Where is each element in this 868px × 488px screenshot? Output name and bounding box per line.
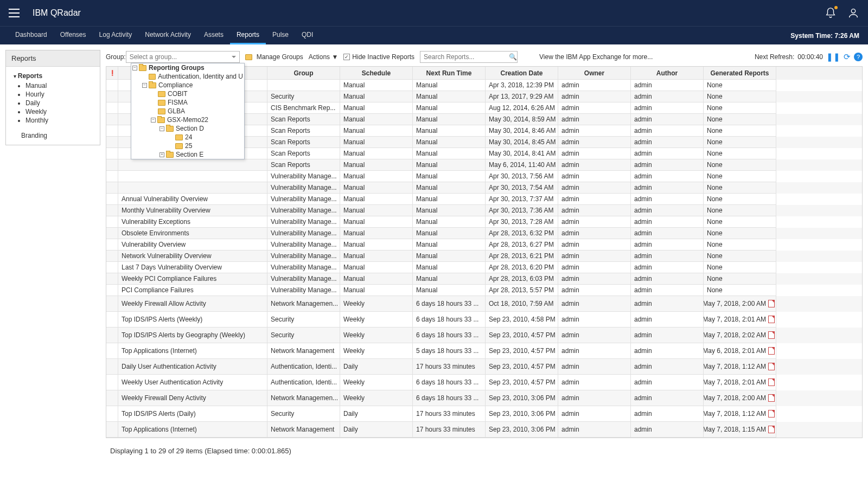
table-row[interactable]: Daily User Authentication ActivityAuthen… bbox=[106, 359, 862, 375]
col-header[interactable]: Owner bbox=[558, 67, 631, 80]
nav-tab-reports[interactable]: Reports bbox=[230, 27, 266, 44]
nav-tab-dashboard[interactable]: Dashboard bbox=[9, 27, 54, 44]
col-header[interactable]: Group bbox=[267, 67, 340, 80]
status-bar: Displaying 1 to 29 of 29 items (Elapsed … bbox=[106, 438, 863, 466]
table-row[interactable]: Monthly Vulnerability OverviewVulnerabil… bbox=[106, 205, 862, 216]
cell: Last 7 Days Vulnerability Overview bbox=[118, 262, 267, 273]
group-tree-popup[interactable]: −Reporting GroupsAuthentication, Identit… bbox=[131, 63, 245, 159]
cell: Vulnerability Manage... bbox=[267, 171, 340, 182]
tree-node[interactable]: −Compliance bbox=[131, 81, 244, 89]
tree-node[interactable]: 25 bbox=[131, 142, 244, 150]
help-icon[interactable]: ? bbox=[854, 53, 863, 61]
tree-node[interactable]: −GSX-Memo22 bbox=[131, 115, 244, 124]
app-exchange-link[interactable]: View the IBM App Exchange for more... bbox=[539, 53, 653, 61]
table-row[interactable]: Top IDS/IPS Alerts by Geography (Weekly)… bbox=[106, 328, 862, 343]
refresh-icon[interactable]: ⟳ bbox=[844, 52, 851, 62]
pdf-icon[interactable] bbox=[768, 378, 775, 386]
cell bbox=[106, 148, 118, 159]
cell: Daily bbox=[340, 422, 413, 438]
sidebar-root[interactable]: Reports bbox=[14, 72, 92, 80]
menu-icon[interactable] bbox=[9, 9, 20, 17]
table-row[interactable]: Weekly Firewall Allow ActivityNetwork Ma… bbox=[106, 296, 862, 312]
next-refresh-value: 00:00:40 bbox=[797, 53, 823, 61]
table-row[interactable]: Top IDS/IPS Alerts (Weekly)SecurityWeekl… bbox=[106, 312, 862, 328]
cell bbox=[106, 216, 118, 228]
cell: Manual bbox=[413, 159, 486, 171]
cell: Manual bbox=[413, 125, 486, 137]
tree-node[interactable]: GLBA bbox=[131, 107, 244, 115]
table-row[interactable]: Vulnerability Manage...ManualManualApr 3… bbox=[106, 182, 862, 194]
hide-inactive-toggle[interactable]: ✓ Hide Inactive Reports bbox=[343, 53, 414, 61]
table-row[interactable]: Vulnerability ExceptionsVulnerability Ma… bbox=[106, 216, 862, 228]
tree-node[interactable]: FISMA bbox=[131, 98, 244, 107]
nav-tab-assets[interactable]: Assets bbox=[197, 27, 230, 44]
pdf-icon[interactable] bbox=[768, 426, 775, 433]
group-select[interactable]: Select a group... bbox=[126, 51, 240, 63]
table-row[interactable]: Weekly Firewall Deny ActivityNetwork Man… bbox=[106, 390, 862, 406]
nav-tab-qdi[interactable]: QDI bbox=[295, 27, 320, 44]
cell: admin bbox=[631, 114, 704, 125]
sidebar-branding[interactable]: Branding bbox=[14, 132, 92, 139]
cell: Scan Reports bbox=[267, 159, 340, 171]
tree-node[interactable]: 24 bbox=[131, 133, 244, 142]
search-input[interactable] bbox=[420, 53, 508, 61]
pdf-icon[interactable] bbox=[768, 410, 775, 418]
table-row[interactable]: Annual Vulnerability OverviewVulnerabili… bbox=[106, 194, 862, 205]
col-header-alert[interactable]: ❗ bbox=[106, 67, 118, 80]
tree-root[interactable]: −Reporting Groups bbox=[131, 63, 244, 72]
sidebar-item-hourly[interactable]: Hourly bbox=[25, 91, 92, 98]
cell: Manual bbox=[413, 80, 486, 91]
pdf-icon[interactable] bbox=[768, 331, 775, 339]
tree-node[interactable]: +Section E bbox=[131, 150, 244, 159]
table-row[interactable]: Top Applications (Internet)Network Manag… bbox=[106, 343, 862, 359]
table-row[interactable]: Top Applications (Internet)Network Manag… bbox=[106, 422, 862, 438]
table-row[interactable]: PCI Compliance FailuresVulnerability Man… bbox=[106, 285, 862, 296]
cell: May 30, 2014, 8:41 AM bbox=[486, 148, 558, 159]
tree-node[interactable]: −Section D bbox=[131, 124, 244, 133]
nav-tab-log-activity[interactable]: Log Activity bbox=[93, 27, 139, 44]
pdf-icon[interactable] bbox=[768, 363, 775, 370]
nav-tab-network-activity[interactable]: Network Activity bbox=[138, 27, 197, 44]
table-row[interactable]: Vulnerability OverviewVulnerability Mana… bbox=[106, 239, 862, 251]
nav-tab-pulse[interactable]: Pulse bbox=[266, 27, 295, 44]
sidebar-item-monthly[interactable]: Monthly bbox=[25, 117, 92, 124]
notifications-icon[interactable] bbox=[825, 7, 837, 19]
actions-dropdown[interactable]: Actions ▼ bbox=[309, 53, 339, 61]
col-header[interactable]: Creation Date bbox=[486, 67, 558, 80]
pause-icon[interactable]: ❚❚ bbox=[826, 52, 840, 62]
pdf-icon[interactable] bbox=[768, 300, 775, 307]
col-header[interactable]: Schedule bbox=[340, 67, 413, 80]
table-row[interactable]: Weekly User Authentication ActivityAuthe… bbox=[106, 375, 862, 390]
manage-groups-button[interactable]: Manage Groups bbox=[245, 53, 303, 61]
sidebar-item-manual[interactable]: Manual bbox=[25, 82, 92, 89]
cell: 5 days 18 hours 33 ... bbox=[413, 343, 486, 359]
cell: None bbox=[704, 194, 776, 205]
col-header[interactable]: Next Run Time bbox=[413, 67, 486, 80]
table-row[interactable]: Vulnerability Manage...ManualManualApr 3… bbox=[106, 171, 862, 182]
table-row[interactable]: Obsolete EnvironmentsVulnerability Manag… bbox=[106, 228, 862, 239]
tree-node[interactable]: Authentication, Identity and U bbox=[131, 72, 244, 81]
cell: Apr 13, 2017, 9:29 AM bbox=[486, 91, 558, 102]
tree-node[interactable]: COBIT bbox=[131, 89, 244, 98]
pdf-icon[interactable] bbox=[768, 316, 775, 323]
cell: admin bbox=[558, 328, 631, 343]
search-box[interactable]: 🔍 bbox=[420, 51, 518, 63]
user-icon[interactable] bbox=[847, 7, 859, 19]
table-row[interactable]: Top IDS/IPS Alerts (Daily)SecurityDaily1… bbox=[106, 406, 862, 422]
pdf-icon[interactable] bbox=[768, 347, 775, 355]
sidebar-item-daily[interactable]: Daily bbox=[25, 99, 92, 107]
nav-tab-offenses[interactable]: Offenses bbox=[54, 27, 93, 44]
cell: Vulnerability Manage... bbox=[267, 216, 340, 228]
sidebar-item-weekly[interactable]: Weekly bbox=[25, 108, 92, 115]
cell bbox=[106, 194, 118, 205]
table-row[interactable]: Network Vulnerability OverviewVulnerabil… bbox=[106, 251, 862, 262]
table-row[interactable]: Scan ReportsManualManualMay 6, 2014, 11:… bbox=[106, 159, 862, 171]
cell: Top IDS/IPS Alerts (Weekly) bbox=[118, 312, 267, 328]
table-row[interactable]: Last 7 Days Vulnerability OverviewVulner… bbox=[106, 262, 862, 273]
pdf-icon[interactable] bbox=[768, 394, 775, 402]
cell: Scan Reports bbox=[267, 125, 340, 137]
col-header[interactable]: Author bbox=[631, 67, 704, 80]
search-icon[interactable]: 🔍 bbox=[508, 53, 517, 61]
col-header[interactable]: Generated Reports bbox=[704, 67, 776, 80]
table-row[interactable]: Weekly PCI Compliance FailuresVulnerabil… bbox=[106, 273, 862, 285]
